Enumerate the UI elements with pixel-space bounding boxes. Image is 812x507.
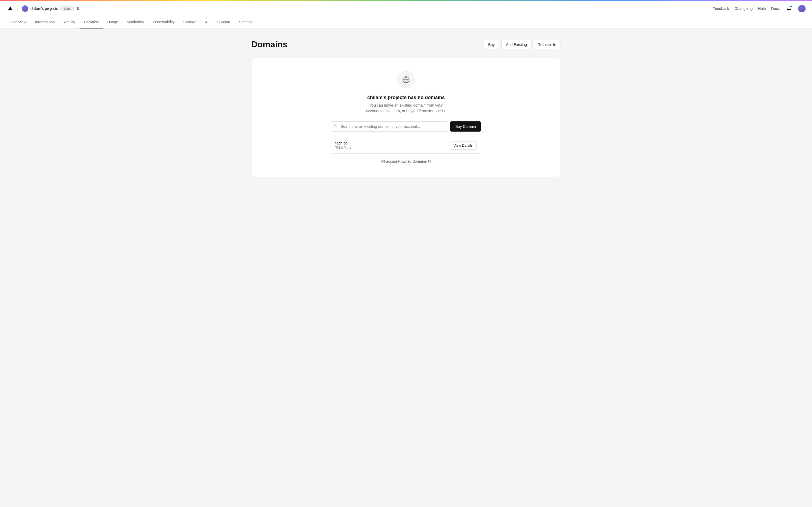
tab-settings[interactable]: Settings [235,16,257,29]
search-icon [334,124,338,129]
header-left: / chilam's projects Hobby ⇅ [6,5,80,12]
tab-monitoring[interactable]: Monitoring [122,16,149,29]
tab-observability[interactable]: Observability [149,16,179,29]
breadcrumb-separator: / [17,6,18,11]
all-domains-link[interactable]: All account-owned domains [381,159,431,164]
external-link-icon [428,160,431,164]
add-existing-button[interactable]: Add Existing [501,40,531,49]
header: / chilam's projects Hobby ⇅ Feedback Cha… [0,1,812,16]
domain-name: tach.cc [335,141,351,145]
feedback-button[interactable]: Feedback [713,6,729,11]
tab-storage[interactable]: Storage [179,16,201,29]
vercel-logo [6,5,14,12]
empty-state-title: chilam's projects has no domains [258,95,554,101]
user-avatar[interactable] [798,5,806,12]
page-content: Domains Buy Add Existing Transfer In chi… [245,29,567,188]
svg-line-3 [337,127,338,127]
tab-integrations[interactable]: Integrations [31,16,59,29]
domain-info: tach.cc Third Party [335,141,351,150]
search-input-wrapper [331,121,448,131]
globe-icon-wrapper [397,71,415,88]
empty-state-description: You can move an existing domain from you… [258,103,554,114]
domain-search-input[interactable] [331,121,448,131]
view-details-button[interactable]: View Details [450,141,477,150]
svg-point-2 [335,125,337,127]
notification-dot [790,5,792,7]
notifications-button[interactable] [785,5,793,12]
globe-icon [402,76,410,83]
domain-type: Third Party [335,146,351,150]
buy-domain-button[interactable]: Buy Domain [450,121,481,131]
transfer-in-button[interactable]: Transfer In [534,40,561,49]
help-button[interactable]: Help [758,6,766,11]
page-header: Domains Buy Add Existing Transfer In [251,40,561,49]
tab-ai[interactable]: AI [201,16,213,29]
tab-domains[interactable]: Domains [80,16,103,29]
svg-line-4 [429,160,431,161]
header-right: Feedback Changelog Help Docs [713,5,806,12]
domains-card: chilam's projects has no domains You can… [251,58,561,177]
project-name: chilam's projects [30,6,58,11]
search-row: Buy Domain [331,121,481,131]
tab-support[interactable]: Support [213,16,235,29]
tab-usage[interactable]: Usage [103,16,122,29]
nav-tabs: Overview Integrations Activity Domains U… [0,16,812,29]
tab-overview[interactable]: Overview [6,16,31,29]
page-actions: Buy Add Existing Transfer In [484,40,561,49]
project-switcher-button[interactable]: ⇅ [76,5,80,11]
changelog-button[interactable]: Changelog [734,6,753,11]
tab-activity[interactable]: Activity [59,16,80,29]
hobby-badge: Hobby [60,6,73,11]
docs-button[interactable]: Docs [771,6,780,11]
page-title: Domains [251,40,288,49]
domain-list-item: tach.cc Third Party View Details [331,137,481,154]
project-avatar [22,5,28,12]
buy-button[interactable]: Buy [484,40,499,49]
